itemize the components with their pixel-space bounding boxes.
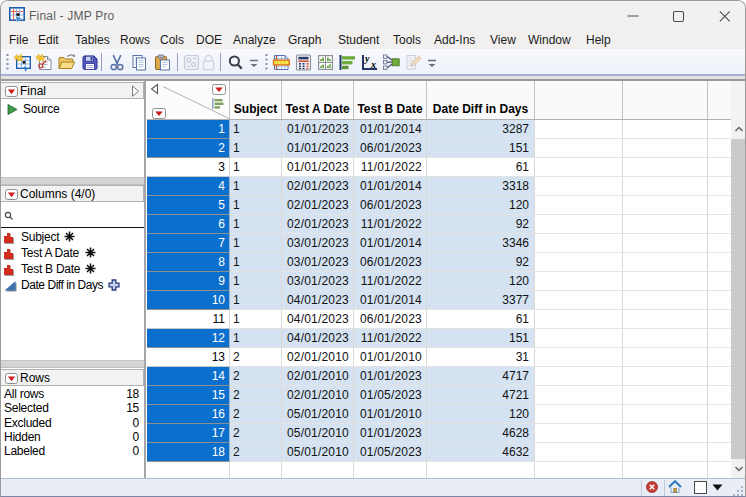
svg-text:y: y — [364, 53, 370, 64]
svg-text:x: x — [370, 59, 376, 70]
